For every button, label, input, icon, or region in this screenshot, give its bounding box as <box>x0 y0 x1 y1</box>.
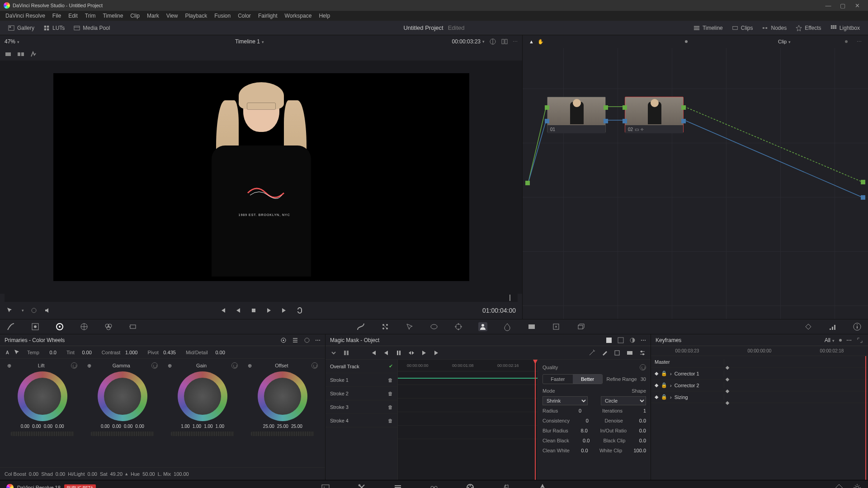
gain-reset-button[interactable] <box>231 362 238 369</box>
gain-wheel[interactable] <box>178 371 227 421</box>
qualifier-tab-icon[interactable] <box>31 322 40 331</box>
trash-icon[interactable]: 🗑 <box>388 377 393 383</box>
stroke-4-row[interactable]: Stroke 4🗑 <box>326 414 397 427</box>
white-clip-value[interactable]: 100.0 <box>633 448 646 453</box>
timeline-name[interactable]: Timeline 1▾ <box>235 38 264 45</box>
primaries-options-icon[interactable]: ⋯ <box>315 337 321 343</box>
first-frame-button[interactable] <box>219 307 226 314</box>
blur-tab-icon[interactable] <box>503 322 512 331</box>
colboost-value[interactable]: 0.00 <box>29 471 38 477</box>
temp-value[interactable]: 0.0 <box>41 350 57 355</box>
mask-options-icon[interactable]: ⋯ <box>641 337 646 343</box>
magic-mask-tab-icon[interactable] <box>478 322 487 331</box>
lightbox-button[interactable]: Lightbox <box>826 21 864 35</box>
gain-jog[interactable] <box>171 432 234 436</box>
log-mode-icon[interactable] <box>303 337 311 344</box>
hdr-wheels-tab-icon[interactable] <box>80 322 89 331</box>
offset-reset-button[interactable] <box>311 362 318 369</box>
node-mode-dropdown[interactable]: Clip▾ <box>778 39 791 44</box>
pivot-value[interactable]: 0.435 <box>160 350 176 355</box>
kf-sizing-row[interactable]: ◆🔒›Sizing <box>651 391 868 403</box>
mask-track-fwd-button[interactable] <box>420 349 428 357</box>
gamma-jog[interactable] <box>91 432 154 436</box>
play-reverse-button[interactable] <box>235 307 242 314</box>
effects-button[interactable]: Effects <box>791 21 826 35</box>
tint-value[interactable]: 0.00 <box>76 350 92 355</box>
last-frame-button[interactable] <box>281 307 288 314</box>
menu-fairlight[interactable]: Fairlight <box>255 13 281 19</box>
viewer-scrubber[interactable] <box>5 294 518 302</box>
color-wheels-tab-icon[interactable] <box>55 322 64 331</box>
stop-button[interactable] <box>250 307 257 314</box>
trash-icon[interactable]: 🗑 <box>388 404 393 410</box>
info-tab-icon[interactable] <box>853 322 862 331</box>
node-01[interactable]: 01 <box>547 97 606 133</box>
deliver-page-icon[interactable] <box>538 483 547 488</box>
mode-select[interactable]: Shrink <box>542 396 588 405</box>
mask-wand-icon[interactable] <box>588 349 595 357</box>
curves2-tab-icon[interactable] <box>356 322 365 331</box>
offset-wheel[interactable] <box>258 371 307 421</box>
clean-white-value[interactable]: 0.0 <box>581 448 588 453</box>
lift-jog[interactable] <box>11 432 74 436</box>
window-tab-icon[interactable] <box>429 322 439 331</box>
mask-onion-icon[interactable] <box>343 349 350 357</box>
loop-button[interactable] <box>296 307 303 314</box>
minimize-button[interactable]: — <box>821 2 835 9</box>
menu-color[interactable]: Color <box>234 13 255 19</box>
lift-wheel[interactable] <box>18 371 67 421</box>
key-tab-icon[interactable] <box>527 322 536 331</box>
curves-tab-icon[interactable] <box>6 322 15 331</box>
viewer-canvas[interactable]: 1989 EST. BROOKLYN, NYC <box>0 61 522 294</box>
mask-track-rev-button[interactable] <box>382 349 390 357</box>
pan-tool-icon[interactable]: ✋ <box>538 39 544 45</box>
mask-invert-icon[interactable] <box>629 337 636 344</box>
bars-mode-icon[interactable] <box>292 337 299 344</box>
pointer-tool-icon[interactable]: ▲ <box>529 39 534 44</box>
mask-settings-icon[interactable] <box>639 349 646 357</box>
maximize-button[interactable]: ▢ <box>835 2 850 9</box>
gamma-reset-button[interactable] <box>151 362 158 369</box>
menu-playback[interactable]: Playback <box>181 13 211 19</box>
menu-workspace[interactable]: Workspace <box>281 13 316 19</box>
hilight-value[interactable]: 0.00 <box>88 471 97 477</box>
luts-button[interactable]: LUTs <box>39 21 69 35</box>
trash-icon[interactable]: 🗑 <box>388 391 393 396</box>
fusion-page-icon[interactable] <box>429 483 439 488</box>
lmix-value[interactable]: 100.00 <box>174 471 189 477</box>
mute-icon[interactable] <box>44 307 51 314</box>
middetail-value[interactable]: 0.00 <box>210 350 225 355</box>
stroke-3-row[interactable]: Stroke 3🗑 <box>326 400 397 414</box>
stroke-timeline[interactable]: 00:00:00:0000:00:01:0800:00:02:16 <box>398 360 538 480</box>
quality-segmented[interactable]: FasterBetter <box>542 374 603 384</box>
node-options-icon[interactable]: ⋯ <box>857 39 862 45</box>
media-page-icon[interactable] <box>321 483 330 488</box>
graph-input-rgb[interactable] <box>525 181 530 185</box>
nodes-button[interactable]: Nodes <box>757 21 791 35</box>
kf-expand-icon[interactable] <box>856 337 863 344</box>
menu-trim[interactable]: Trim <box>81 13 99 19</box>
menu-help[interactable]: Help <box>315 13 334 19</box>
highlight-icon[interactable] <box>30 51 37 58</box>
mask-mode-a-icon[interactable] <box>605 337 613 344</box>
sizing-tab-icon[interactable] <box>552 322 561 331</box>
edit-page-icon[interactable] <box>393 483 402 488</box>
overall-track-row[interactable]: Overall Track✔ <box>326 360 397 373</box>
graph-output-rgb[interactable] <box>861 180 865 184</box>
mask-track-last-button[interactable] <box>433 349 440 357</box>
node-canvas[interactable]: 01 02▭ ✧ <box>523 48 868 319</box>
split-screen-icon[interactable] <box>501 38 508 45</box>
kf-options-icon[interactable]: ⋯ <box>846 337 852 343</box>
clips-button[interactable]: Clips <box>727 21 758 35</box>
tracker-tab-icon[interactable] <box>454 322 463 331</box>
viewer-mode-a-icon[interactable] <box>5 51 12 58</box>
viewer-timecode[interactable]: 00:00:03:23 <box>452 38 481 45</box>
gamma-wheel[interactable] <box>98 371 147 421</box>
menu-edit[interactable]: Edit <box>65 13 81 19</box>
project-settings-icon[interactable] <box>853 483 862 488</box>
graph-output-alpha[interactable] <box>861 195 865 200</box>
refine-range-value[interactable]: 30 <box>641 376 646 382</box>
kf-corrector1-row[interactable]: ◆🔒›Corrector 1 <box>651 368 868 380</box>
mask-track-first-button[interactable] <box>370 349 377 357</box>
contrast-value[interactable]: 1.000 <box>122 350 137 355</box>
